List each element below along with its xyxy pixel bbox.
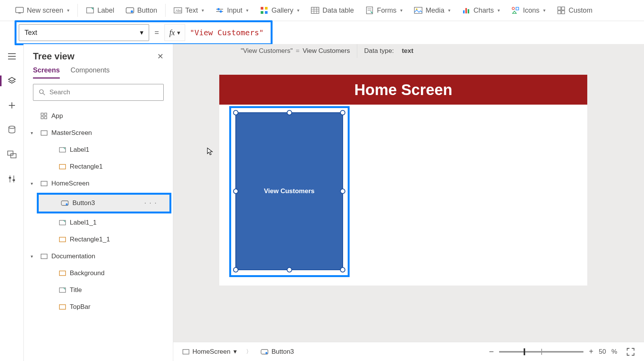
icons-menu[interactable]: Icons ▾	[506, 0, 551, 21]
resize-handle-e[interactable]	[340, 189, 345, 194]
resize-handle-se[interactable]	[340, 267, 345, 272]
more-options-button[interactable]: · · ·	[144, 199, 157, 207]
formula-input[interactable]: "View Customers"	[185, 28, 268, 37]
tree-node-topbar[interactable]: TopBar	[24, 299, 173, 315]
tree-node-homescreen[interactable]: ▾ HomeScreen	[24, 175, 173, 192]
zoom-out-button[interactable]: −	[489, 347, 494, 357]
svg-rect-26	[465, 8, 467, 13]
forms-menu[interactable]: Forms ▾	[360, 0, 408, 21]
breadcrumb-control[interactable]: Button3	[261, 348, 294, 356]
svg-point-4	[131, 10, 133, 13]
tree-node-background[interactable]: Background	[24, 265, 173, 282]
custom-label: Custom	[568, 7, 592, 15]
tree-node-rectangle1[interactable]: Rectangle1	[24, 158, 173, 175]
insert-rail-button[interactable]	[0, 98, 23, 112]
zoom-in-button[interactable]: +	[589, 347, 593, 356]
tree-node-button3[interactable]: Button3 · · ·	[39, 195, 169, 212]
svg-point-9	[217, 8, 220, 10]
button-button[interactable]: Button	[120, 0, 163, 21]
settings-icon	[8, 175, 16, 183]
insert-ribbon: New screen ▾ Label Button Abc Text ▾ Inp…	[0, 0, 644, 21]
custom-icon	[557, 6, 565, 15]
data-rail-button[interactable]	[0, 123, 23, 137]
icons-label: Icons	[523, 7, 539, 15]
datatype-value: text	[402, 47, 413, 55]
svg-rect-14	[265, 11, 268, 14]
input-menu[interactable]: Input ▾	[210, 0, 254, 21]
svg-rect-48	[41, 113, 43, 115]
resize-handle-n[interactable]	[287, 110, 292, 115]
breadcrumb-bar: HomeScreen ▾ 〉 Button3 − + 50 %	[173, 342, 644, 361]
chevron-down-icon: ▾	[543, 8, 545, 13]
tools-rail-button[interactable]	[0, 172, 23, 186]
svg-rect-59	[59, 237, 66, 242]
search-icon	[39, 89, 46, 96]
svg-rect-0	[16, 7, 23, 13]
tab-components[interactable]: Components	[71, 66, 110, 79]
screen-icon	[41, 254, 48, 259]
svg-rect-49	[44, 113, 47, 115]
text-icon: Abc	[174, 6, 182, 15]
text-menu[interactable]: Abc Text ▾	[168, 0, 210, 21]
new-screen-menu[interactable]: New screen ▾	[10, 0, 75, 21]
tree-node-documentation[interactable]: ▾ Documentation	[24, 248, 173, 265]
tree-view-title: Tree view	[33, 51, 74, 62]
label-button[interactable]: Label	[80, 0, 120, 21]
charts-menu[interactable]: Charts ▾	[456, 0, 506, 21]
tree-node-app[interactable]: App	[24, 108, 173, 125]
resize-handle-sw[interactable]	[233, 267, 238, 272]
button-label: Button	[137, 7, 157, 15]
chevron-down-icon: ▾	[31, 254, 37, 259]
resize-handle-s[interactable]	[287, 267, 292, 272]
property-selector[interactable]: Text ▾	[19, 24, 149, 41]
svg-rect-29	[516, 7, 519, 10]
custom-menu[interactable]: Custom	[551, 0, 598, 21]
screen-icon	[15, 6, 24, 15]
search-input[interactable]: Search	[33, 84, 164, 101]
chevron-down-icon: ▾	[202, 8, 204, 13]
gallery-menu[interactable]: Gallery ▾	[254, 0, 305, 21]
media-menu[interactable]: Media ▾	[408, 0, 456, 21]
tree-node-title[interactable]: Title	[24, 282, 173, 299]
separator	[77, 4, 78, 17]
canvas-area[interactable]: "View Customers" = View Customers Data t…	[173, 44, 644, 361]
tree-view-rail-button[interactable]	[0, 74, 23, 88]
breadcrumb-screen-label: HomeScreen	[192, 348, 230, 356]
expand-icon[interactable]	[626, 348, 635, 356]
resize-handle-ne[interactable]	[340, 110, 345, 115]
formula-bar: Text ▾ = fx ▾ "View Customers"	[0, 21, 644, 44]
svg-text:Abc: Abc	[176, 9, 182, 13]
chevron-down-icon: ▾	[498, 8, 500, 13]
formula-eval-bar: "View Customers" = View Customers Data t…	[173, 44, 644, 58]
svg-rect-51	[44, 117, 47, 119]
tree-node-rectangle1-1[interactable]: Rectangle1_1	[24, 231, 173, 248]
resize-handle-nw[interactable]	[233, 110, 238, 115]
zoom-slider[interactable]	[499, 351, 583, 353]
svg-rect-25	[463, 10, 465, 13]
fx-icon: fx	[169, 28, 175, 37]
tree-label: Title	[70, 286, 82, 294]
design-canvas[interactable]: Home Screen View Customers	[219, 75, 587, 286]
resize-handle-w[interactable]	[233, 189, 238, 194]
chevron-down-icon: ▾	[297, 8, 299, 13]
media-rail-button[interactable]	[0, 148, 23, 161]
hamburger-button[interactable]	[0, 49, 23, 63]
fx-button[interactable]: fx ▾	[164, 24, 185, 41]
tab-screens[interactable]: Screens	[33, 66, 60, 79]
breadcrumb-screen[interactable]: HomeScreen ▾	[182, 348, 237, 356]
tree-node-label1-1[interactable]: Label1_1	[24, 214, 173, 231]
database-icon	[8, 126, 16, 134]
tree-label: App	[51, 112, 63, 120]
gallery-label: Gallery	[271, 7, 293, 15]
tree-node-label1[interactable]: Label1	[24, 141, 173, 158]
tree-node-masterscreen[interactable]: ▾ MasterScreen	[24, 125, 173, 141]
svg-point-39	[9, 126, 15, 128]
svg-point-46	[39, 90, 43, 94]
close-icon[interactable]: ✕	[157, 52, 164, 61]
svg-rect-52	[41, 131, 47, 135]
svg-rect-1	[18, 13, 21, 13]
tree-label: Rectangle1	[70, 163, 103, 171]
datatable-button[interactable]: Data table	[305, 0, 360, 21]
tree-label: Rectangle1_1	[70, 236, 110, 243]
button3-control[interactable]: View Customers	[235, 112, 343, 270]
